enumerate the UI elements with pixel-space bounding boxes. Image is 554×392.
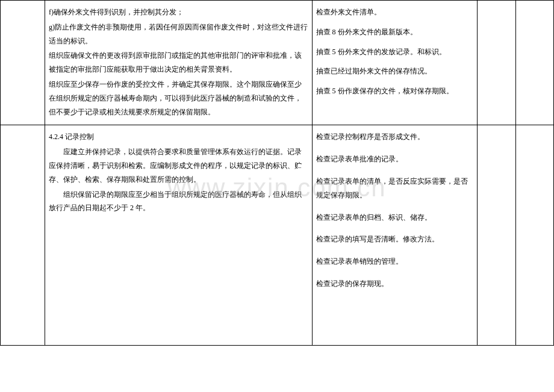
req-item: 组织应确保文件的更改得到原审批部门或指定的其他审批部门的评审和批准，该被指定的审… <box>49 49 308 76</box>
audit-table: f)确保外来文件得到识别，并控制其分发； g)防止作废文件的非预期使用，若因任何… <box>0 0 554 346</box>
req-item: 应建立并保持记录，以提供符合要求和质量管理体系有效运行的证据。记录应保持清晰，易… <box>49 145 308 186</box>
check-item: 检查记录的填写是否清晰。修改方法。 <box>316 232 474 246</box>
check-item: 检查外来文件清单。 <box>316 5 474 19</box>
check-item: 检查记录表单批准的记录。 <box>316 152 474 166</box>
cell-empty <box>1 1 45 125</box>
table-row: 4.2.4 记录控制 应建立并保持记录，以提供符合要求和质量管理体系有效运行的证… <box>1 125 554 346</box>
cell-empty <box>515 1 553 125</box>
requirements-cell: f)确保外来文件得到识别，并控制其分发； g)防止作废文件的非预期使用，若因任何… <box>45 1 312 125</box>
cell-empty <box>515 125 553 346</box>
cell-empty <box>1 125 45 346</box>
check-item: 抽查 5 份外来文件的发放记录。和标识。 <box>316 45 474 59</box>
check-item: 检查记录控制程序是否形成文件。 <box>316 130 474 144</box>
check-item: 检查记录的保存期现。 <box>316 277 474 291</box>
check-item: 抽查 8 份外来文件的最新版本。 <box>316 25 474 39</box>
section-title: 4.2.4 记录控制 <box>49 130 308 144</box>
check-item: 抽查已经过期外来文件的保存情况。 <box>316 64 474 78</box>
cell-empty <box>478 125 515 346</box>
check-item: 检查记录表单的归档、标识、储存。 <box>316 211 474 225</box>
req-item: g)防止作废文件的非预期使用，若因任何原因而保留作废文件时，对这些文件进行适当的… <box>49 20 308 48</box>
check-item: 抽查 5 份作废保存的文件，核对保存期限。 <box>316 84 474 98</box>
check-item: 检查记录表单销毁的管理。 <box>316 255 474 269</box>
req-item: f)确保外来文件得到识别，并控制其分发； <box>49 5 308 19</box>
table-row: f)确保外来文件得到识别，并控制其分发； g)防止作废文件的非预期使用，若因任何… <box>1 1 554 125</box>
checks-cell: 检查记录控制程序是否形成文件。 检查记录表单批准的记录。 检查记录表单的清单，是… <box>312 125 478 346</box>
req-item: 组织应至少保存一份作废的受控文件，并确定其保存期限。这个期限应确保至少在组织所规… <box>49 78 308 119</box>
requirements-cell: 4.2.4 记录控制 应建立并保持记录，以提供符合要求和质量管理体系有效运行的证… <box>45 125 312 346</box>
cell-empty <box>478 1 515 125</box>
req-item: 组织保留记录的期限应至少相当于组织所规定的医疗器械的寿命，但从组织放行产品的日期… <box>49 188 308 216</box>
check-item: 检查记录表单的清单，是否反应实际需要，是否规定保存期限。 <box>316 175 474 202</box>
checks-cell: 检查外来文件清单。 抽查 8 份外来文件的最新版本。 抽查 5 份外来文件的发放… <box>312 1 478 125</box>
